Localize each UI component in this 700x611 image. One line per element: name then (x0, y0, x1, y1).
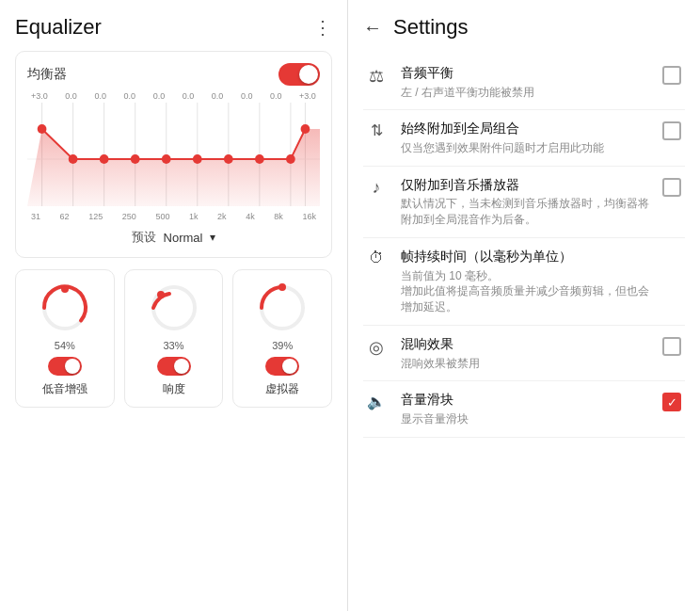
db-label-2: 0.0 (94, 91, 106, 101)
preset-value[interactable]: Normal (164, 231, 203, 245)
settings-list: ⚖ 音频平衡 左 / 右声道平衡功能被禁用 ⇅ 始终附加到全局组合 仅当您遇到效… (363, 55, 685, 438)
attach-music-sub-label: 默认情况下，当未检测到音乐播放器时，均衡器将附加到全局混音作为后备。 (401, 196, 651, 228)
audio-balance-main-label: 音频平衡 (401, 64, 651, 83)
attach-global-checkbox[interactable] (662, 121, 681, 140)
svg-point-25 (157, 291, 165, 298)
svg-point-12 (38, 124, 47, 134)
svg-point-14 (100, 154, 109, 164)
db-label-4: 0.0 (153, 91, 166, 101)
frame-duration-control (662, 248, 685, 249)
preset-text-label: 预设 (132, 229, 156, 246)
reverb-control[interactable] (662, 335, 685, 356)
volume-slider-text: 音量滑块 显示音量滑块 (401, 391, 651, 426)
bass-boost-knob[interactable] (39, 281, 91, 334)
virtualizer-percent: 39% (272, 340, 293, 351)
freq-500: 500 (155, 212, 169, 221)
volume-slider-main-label: 音量滑块 (401, 391, 651, 410)
toggle-thumb (299, 65, 318, 84)
loudness-card: 33% 响度 (124, 269, 224, 408)
settings-item-volume-slider: 🔈 音量滑块 显示音量滑块 (363, 381, 685, 437)
settings-item-audio-balance: ⚖ 音频平衡 左 / 右声道平衡功能被禁用 (363, 55, 685, 110)
volume-slider-checkbox[interactable] (662, 393, 681, 411)
svg-point-20 (286, 154, 295, 164)
attach-global-text: 始终附加到全局组合 仅当您遇到效果附件问题时才启用此功能 (401, 120, 651, 155)
svg-point-13 (69, 154, 78, 164)
bass-boost-percent: 54% (55, 340, 75, 351)
loudness-toggle[interactable] (157, 357, 191, 376)
virtualizer-label: 虚拟器 (265, 381, 299, 397)
virtualizer-card: 39% 虚拟器 (232, 269, 332, 408)
volume-slider-control[interactable] (662, 391, 685, 411)
db-label-6: 0.0 (212, 91, 224, 101)
db-labels: +3.0 0.0 0.0 0.0 0.0 0.0 0.0 0.0 0.0 +3.… (27, 91, 320, 101)
audio-balance-icon: ⚖ (363, 64, 390, 87)
svg-point-18 (224, 154, 233, 164)
settings-item-frame-duration: ⏱ 帧持续时间（以毫秒为单位） 当前值为 10 毫秒。增加此值将提高音频质量并减… (363, 238, 685, 326)
attach-music-checkbox[interactable] (662, 178, 681, 197)
eq-toggle[interactable] (278, 63, 320, 86)
attach-global-control[interactable] (662, 120, 685, 140)
audio-balance-control[interactable] (662, 64, 685, 85)
back-arrow-icon[interactable]: ← (363, 17, 382, 39)
reverb-checkbox[interactable] (662, 337, 681, 356)
db-label-1: 0.0 (65, 91, 77, 101)
bass-boost-knob-svg (39, 281, 91, 334)
freq-4k: 4k (246, 212, 255, 221)
reverb-main-label: 混响效果 (401, 335, 651, 354)
bass-boost-label: 低音增强 (42, 381, 88, 397)
virtualizer-toggle[interactable] (265, 357, 299, 376)
freq-62: 62 (60, 212, 70, 221)
bass-boost-toggle[interactable] (48, 357, 82, 376)
svg-point-19 (255, 154, 264, 164)
freq-labels: 31 62 125 250 500 1k 2k 4k 8k 16k (27, 212, 320, 221)
frame-duration-main-label: 帧持续时间（以毫秒为单位） (401, 248, 651, 266)
freq-31: 31 (31, 212, 40, 221)
volume-slider-icon: 🔈 (363, 391, 390, 410)
eq-chart[interactable] (27, 103, 320, 206)
loudness-knob-svg (148, 281, 200, 334)
reverb-sub-label: 混响效果被禁用 (401, 356, 651, 372)
frame-duration-icon: ⏱ (363, 248, 390, 266)
audio-balance-text: 音频平衡 左 / 右声道平衡功能被禁用 (401, 64, 651, 100)
bottom-controls: 54% 低音增强 33% 响度 (15, 269, 332, 408)
attach-music-main-label: 仅附加到音乐播放器 (401, 176, 651, 195)
svg-point-17 (193, 154, 202, 164)
loudness-knob[interactable] (148, 281, 200, 334)
right-panel: ← Settings ⚖ 音频平衡 左 / 右声道平衡功能被禁用 ⇅ 始终附加到… (348, 0, 700, 611)
settings-title: Settings (393, 15, 469, 40)
svg-point-23 (61, 285, 69, 293)
menu-dots-icon[interactable]: ⋮ (313, 16, 332, 39)
freq-2k: 2k (217, 212, 227, 221)
frame-duration-sub-label: 当前值为 10 毫秒。增加此值将提高音频质量并减少音频剪辑，但也会增加延迟。 (401, 268, 651, 315)
audio-balance-checkbox[interactable] (662, 66, 681, 85)
freq-1k: 1k (189, 212, 199, 221)
app-title: Equalizer (15, 15, 102, 40)
db-label-0: +3.0 (31, 91, 48, 101)
svg-point-27 (278, 283, 286, 291)
audio-balance-sub-label: 左 / 右声道平衡功能被禁用 (401, 85, 651, 101)
freq-8k: 8k (274, 212, 283, 221)
svg-marker-11 (27, 129, 320, 206)
attach-global-main-label: 始终附加到全局组合 (401, 120, 651, 138)
attach-music-text: 仅附加到音乐播放器 默认情况下，当未检测到音乐播放器时，均衡器将附加到全局混音作… (401, 176, 651, 228)
reverb-text: 混响效果 混响效果被禁用 (401, 335, 651, 371)
right-header: ← Settings (363, 15, 685, 40)
loudness-percent: 33% (163, 340, 183, 351)
left-panel: Equalizer ⋮ 均衡器 +3.0 0.0 0.0 0.0 0.0 0.0… (0, 0, 348, 611)
attach-global-sub-label: 仅当您遇到效果附件问题时才启用此功能 (401, 140, 651, 156)
preset-dropdown-icon[interactable]: ▾ (210, 231, 215, 244)
freq-125: 125 (88, 212, 103, 221)
db-label-5: 0.0 (183, 91, 195, 101)
virtualizer-knob-svg (256, 281, 309, 334)
reverb-icon: ◎ (363, 335, 390, 358)
attach-global-icon: ⇅ (363, 120, 390, 139)
virtualizer-knob[interactable] (256, 281, 309, 334)
svg-point-16 (162, 154, 171, 164)
attach-music-control[interactable] (662, 176, 685, 197)
volume-slider-sub-label: 显示音量滑块 (401, 411, 651, 427)
attach-music-icon: ♪ (363, 176, 390, 198)
eq-top-row: 均衡器 (27, 63, 320, 86)
eq-section-label: 均衡器 (27, 66, 67, 83)
db-label-7: 0.0 (241, 91, 253, 101)
freq-250: 250 (122, 212, 136, 221)
